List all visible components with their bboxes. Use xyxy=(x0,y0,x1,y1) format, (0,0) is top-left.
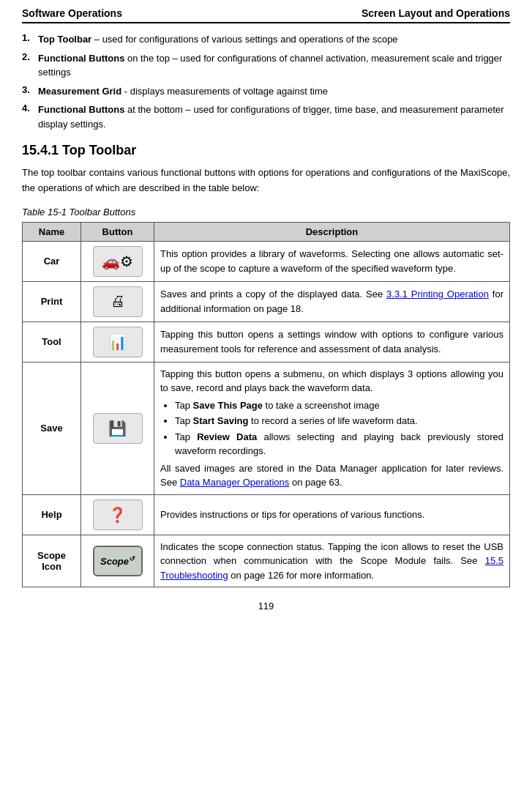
header-right: Screen Layout and Operations xyxy=(361,7,510,19)
item-text: Measurement Grid - displays measurements… xyxy=(38,84,328,99)
table-header-row: Name Button Description xyxy=(23,222,510,241)
desc-text: Saves and prints a copy of the displayed… xyxy=(160,289,386,300)
scope-button-icon: Scope↺ xyxy=(93,546,143,576)
item-text: Functional Buttons at the bottom – used … xyxy=(38,103,510,131)
bullet-item: Tap Save This Page to take a screenshot … xyxy=(175,398,503,413)
print-button-icon: 🖨 xyxy=(93,286,143,317)
numbered-item: 4.Functional Buttons at the bottom – use… xyxy=(22,103,510,131)
page: Software Operations Screen Layout and Op… xyxy=(0,0,532,626)
row-name-cell: Print xyxy=(23,281,81,322)
table-row: Scope IconScope↺Indicates the scope conn… xyxy=(23,535,510,587)
numbered-item: 1.Top Toolbar – used for configurations … xyxy=(22,32,510,47)
row-button-cell: ❓ xyxy=(81,494,154,535)
table-caption-italic: Toolbar Buttons xyxy=(70,207,136,218)
desc-text: Indicates the scope connection status. T… xyxy=(160,541,503,567)
numbered-list: 1.Top Toolbar – used for configurations … xyxy=(22,32,510,131)
save-button-icon: 💾 xyxy=(93,413,143,444)
row-name-cell: Scope Icon xyxy=(23,535,81,587)
numbered-item: 2.Functional Buttons on the top – used f… xyxy=(22,51,510,80)
col-header-description: Description xyxy=(154,222,510,241)
item-text: Functional Buttons on the top – used for… xyxy=(38,51,510,80)
table-row: Help❓Provides instructions or tips for o… xyxy=(23,494,510,535)
item-text: Top Toolbar – used for configurations of… xyxy=(38,32,398,47)
section-title: 15.4.1 Top Toolbar xyxy=(22,143,510,158)
bullet-item: Tap Start Saving to record a series of l… xyxy=(175,414,503,428)
row-description-cell: This option provides a library of wavefo… xyxy=(154,241,510,281)
car-button-icon: 🚗⚙ xyxy=(93,246,143,277)
table-row: Car🚗⚙This option provides a library of w… xyxy=(23,241,510,281)
table-caption-label: Table 15-1 xyxy=(22,207,70,218)
row-description-cell: Tapping this button opens a submenu, on … xyxy=(154,362,510,494)
toolbar-table: Name Button Description Car🚗⚙This option… xyxy=(22,222,510,588)
row-button-cell: 📊 xyxy=(81,322,154,362)
row-description-cell: Saves and prints a copy of the displayed… xyxy=(154,281,510,322)
page-number: 119 xyxy=(22,601,510,612)
item-number: 4. xyxy=(22,103,38,114)
desc-outro: All saved images are stored in the Data … xyxy=(160,463,503,488)
tool-button-icon: 📊 xyxy=(93,327,143,357)
row-name-cell: Help xyxy=(23,494,81,535)
page-header: Software Operations Screen Layout and Op… xyxy=(22,7,510,23)
item-number: 1. xyxy=(22,32,38,43)
row-button-cell: Scope↺ xyxy=(81,535,154,587)
desc-link[interactable]: Data Manager Operations xyxy=(180,477,290,488)
row-description-cell: Provides instructions or tips for operat… xyxy=(154,494,510,535)
numbered-item: 3.Measurement Grid - displays measuremen… xyxy=(22,84,510,99)
row-name-cell: Save xyxy=(23,362,81,494)
desc-link[interactable]: 3.3.1 Printing Operation xyxy=(386,289,489,300)
table-row: Print🖨Saves and prints a copy of the dis… xyxy=(23,281,510,322)
desc-text: on page 126 for more information. xyxy=(228,570,374,581)
bullet-item: Tap Review Data allows selecting and pla… xyxy=(175,430,503,458)
header-left: Software Operations xyxy=(22,7,122,19)
item-number: 2. xyxy=(22,51,38,62)
table-caption: Table 15-1 Toolbar Buttons xyxy=(22,207,510,218)
row-description-cell: Tapping this button opens a settings win… xyxy=(154,322,510,362)
row-button-cell: 💾 xyxy=(81,362,154,494)
col-header-name: Name xyxy=(23,222,81,241)
desc-intro: Tapping this button opens a submenu, on … xyxy=(160,368,503,394)
desc-bullets: Tap Save This Page to take a screenshot … xyxy=(175,398,503,458)
col-header-button: Button xyxy=(81,222,154,241)
table-row: Tool📊Tapping this button opens a setting… xyxy=(23,322,510,362)
row-button-cell: 🚗⚙ xyxy=(81,241,154,281)
item-number: 3. xyxy=(22,84,38,95)
table-row: Save💾Tapping this button opens a submenu… xyxy=(23,362,510,494)
section-body: The top toolbar contains various functio… xyxy=(22,166,510,196)
help-button-icon: ❓ xyxy=(93,499,143,530)
row-button-cell: 🖨 xyxy=(81,281,154,322)
row-description-cell: Indicates the scope connection status. T… xyxy=(154,535,510,587)
row-name-cell: Tool xyxy=(23,322,81,362)
row-name-cell: Car xyxy=(23,241,81,281)
